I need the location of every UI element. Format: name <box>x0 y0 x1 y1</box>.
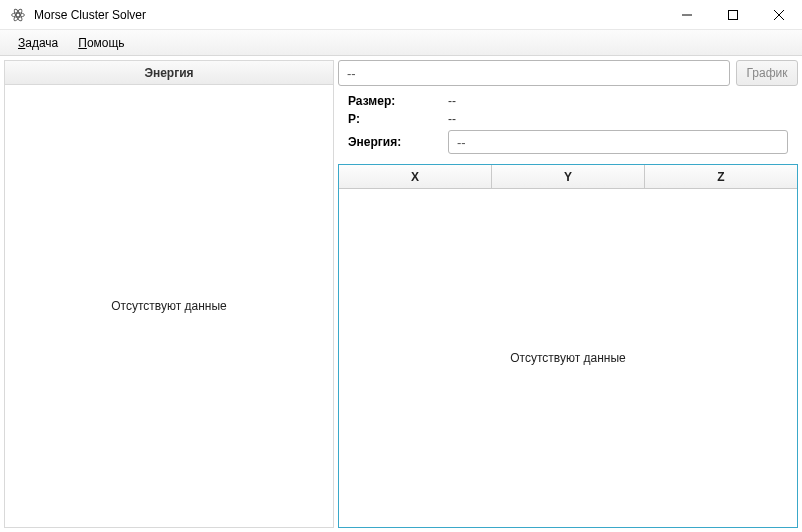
details-panel: График Размер: -- P: -- Энергия: X Y Z О… <box>338 60 798 528</box>
p-label: P: <box>348 112 448 126</box>
col-y[interactable]: Y <box>492 165 645 188</box>
app-icon <box>10 7 26 23</box>
grid-header: X Y Z <box>339 165 797 189</box>
cluster-name-input[interactable] <box>338 60 730 86</box>
menubar: Задача Помощь <box>0 30 802 56</box>
size-value: -- <box>448 94 788 108</box>
energy-label: Энергия: <box>348 135 448 149</box>
minimize-button[interactable] <box>664 0 710 29</box>
window-controls <box>664 0 802 29</box>
workspace: Энергия Отсутствуют данные График Размер… <box>0 56 802 532</box>
menu-task[interactable]: Задача <box>8 30 68 55</box>
graph-button[interactable]: График <box>736 60 798 86</box>
svg-rect-5 <box>729 10 738 19</box>
energy-list-empty: Отсутствуют данные <box>5 85 333 527</box>
p-value: -- <box>448 112 788 126</box>
menu-help[interactable]: Помощь <box>68 30 134 55</box>
col-z[interactable]: Z <box>645 165 797 188</box>
window-title: Morse Cluster Solver <box>34 8 146 22</box>
coordinates-grid: X Y Z Отсутствуют данные <box>338 164 798 528</box>
titlebar: Morse Cluster Solver <box>0 0 802 30</box>
grid-empty: Отсутствуют данные <box>339 189 797 527</box>
col-x[interactable]: X <box>339 165 492 188</box>
energy-list-header: Энергия <box>5 61 333 85</box>
close-button[interactable] <box>756 0 802 29</box>
maximize-button[interactable] <box>710 0 756 29</box>
energy-list-panel: Энергия Отсутствуют данные <box>4 60 334 528</box>
size-label: Размер: <box>348 94 448 108</box>
energy-input[interactable] <box>448 130 788 154</box>
